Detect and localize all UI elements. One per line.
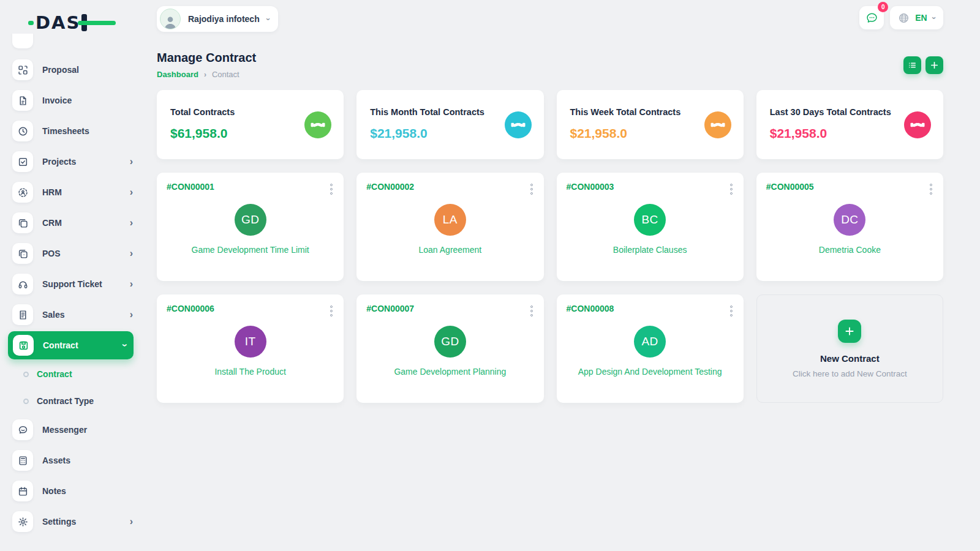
contract-id-link[interactable]: #CON00002 <box>366 182 414 192</box>
brand-logo[interactable]: DAS <box>0 0 144 34</box>
stat-card-month: This Month Total Contracts $21,958.0 <box>356 90 543 159</box>
contract-card: #CON00007 GD Game Development Planning <box>356 294 543 403</box>
messages-button[interactable]: 0 <box>859 6 884 29</box>
globe-icon <box>898 12 910 24</box>
new-contract-title: New Contract <box>820 353 880 364</box>
breadcrumb-dashboard[interactable]: Dashboard <box>157 70 198 79</box>
contract-id-link[interactable]: #CON00006 <box>167 304 214 313</box>
breadcrumb-current: Contact <box>212 70 239 79</box>
document-icon <box>12 304 33 325</box>
checkbox-icon <box>12 151 33 172</box>
handshake-icon <box>704 111 731 138</box>
user-focus-icon <box>12 182 33 203</box>
user-avatar <box>160 9 181 29</box>
sidebar-item-partial[interactable] <box>12 34 33 48</box>
sidebar-item-timesheets[interactable]: Timesheets <box>0 116 144 146</box>
contract-icon <box>13 335 34 356</box>
workspace-dropdown[interactable]: Rajodiya infotech › <box>157 6 278 32</box>
chevron-right-icon: › <box>204 70 206 79</box>
handshake-icon <box>904 111 931 138</box>
sidebar-subitem-contract[interactable]: Contract <box>0 361 144 388</box>
avatar: DC <box>834 204 865 236</box>
sidebar-item-crm[interactable]: CRM › <box>0 208 144 238</box>
avatar: BC <box>634 204 666 236</box>
chevron-right-icon: › <box>130 157 133 167</box>
sidebar-item-support-ticket[interactable]: Support Ticket › <box>0 269 144 299</box>
contract-name-link[interactable]: Demetria Cooke <box>766 245 933 255</box>
handshake-icon <box>505 111 532 138</box>
sidebar-item-messenger[interactable]: Messenger <box>0 414 144 445</box>
avatar: LA <box>434 204 466 236</box>
stats-row: Total Contracts $61,958.0 This Month Tot… <box>157 90 943 159</box>
contract-name-link[interactable]: Boilerplate Clauses <box>567 245 734 255</box>
sidebar-item-projects[interactable]: Projects › <box>0 146 144 177</box>
sidebar-item-notes[interactable]: Notes <box>0 476 144 506</box>
sidebar-item-sales[interactable]: Sales › <box>0 299 144 330</box>
contract-card: #CON00003 BC Boilerplate Clauses <box>557 173 744 281</box>
sidebar-item-invoice[interactable]: Invoice <box>0 85 144 116</box>
kebab-menu-icon[interactable] <box>929 182 933 197</box>
chat-icon <box>12 419 33 440</box>
contract-card: #CON00008 AD App Design And Development … <box>557 294 744 403</box>
sidebar-subitem-contract-type[interactable]: Contract Type <box>0 388 144 414</box>
chevron-right-icon: › <box>130 279 133 289</box>
sidebar-item-contract[interactable]: Contract › <box>8 331 134 359</box>
contract-name-link[interactable]: Install The Product <box>167 367 334 377</box>
circle-icon <box>23 399 29 404</box>
contract-name-link[interactable]: Loan Agreement <box>366 245 533 255</box>
new-contract-tile[interactable]: New Contract Click here to add New Contr… <box>756 294 943 403</box>
contract-id-link[interactable]: #CON00008 <box>567 304 614 313</box>
contract-card: #CON00006 IT Install The Product <box>157 294 344 403</box>
chevron-down-icon: › <box>929 17 938 19</box>
breadcrumb: Dashboard › Contact <box>157 70 256 79</box>
circle-icon <box>23 372 29 377</box>
logo-h-glyph <box>81 13 100 32</box>
contract-id-link[interactable]: #CON00007 <box>366 304 414 313</box>
kebab-menu-icon[interactable] <box>729 182 734 197</box>
contract-name-link[interactable]: Game Development Planning <box>366 367 533 377</box>
chevron-right-icon: › <box>130 249 133 258</box>
list-view-button[interactable] <box>903 56 921 74</box>
kebab-menu-icon[interactable] <box>729 304 734 318</box>
language-selector[interactable]: EN › <box>890 6 943 29</box>
stat-card-30days: Last 30 Days Total Contracts $21,958.0 <box>756 90 943 159</box>
plus-icon <box>930 61 939 70</box>
sidebar-menu: Proposal Invoice Timesheets Projects › <box>0 34 144 542</box>
avatar: AD <box>634 326 666 358</box>
kebab-menu-icon[interactable] <box>529 304 534 318</box>
sidebar-item-proposal[interactable]: Proposal <box>0 54 144 85</box>
avatar: IT <box>235 326 266 358</box>
sidebar-item-assets[interactable]: Assets <box>0 445 144 476</box>
new-contract-subtitle: Click here to add New Contract <box>793 369 907 378</box>
chevron-down-icon: › <box>119 343 129 347</box>
contract-name-link[interactable]: App Design And Development Testing <box>567 367 734 377</box>
contract-id-link[interactable]: #CON00005 <box>766 182 814 192</box>
chevron-right-icon: › <box>130 517 133 527</box>
sidebar-item-settings[interactable]: Settings › <box>0 506 144 537</box>
avatar: GD <box>235 204 266 236</box>
kebab-menu-icon[interactable] <box>329 182 334 197</box>
contract-id-link[interactable]: #CON00001 <box>167 182 214 192</box>
brand-name: DAS <box>36 14 80 32</box>
clock-icon <box>12 121 33 141</box>
kebab-menu-icon[interactable] <box>329 304 334 318</box>
calculator-icon <box>12 450 33 471</box>
contract-name-link[interactable]: Game Development Time Limit <box>167 245 334 255</box>
headphones-icon <box>12 274 33 294</box>
main-content: Rajodiya infotech › 0 EN › Manage Contr <box>144 0 980 551</box>
chevron-right-icon: › <box>130 187 133 197</box>
contract-card: #CON00001 GD Game Development Time Limit <box>157 173 344 281</box>
page-header: Manage Contract Dashboard › Contact <box>157 51 943 79</box>
add-contract-button[interactable] <box>925 56 943 74</box>
sidebar-item-pos[interactable]: POS › <box>0 238 144 269</box>
stat-card-week: This Week Total Contracts $21,958.0 <box>557 90 744 159</box>
sidebar-item-hrm[interactable]: HRM › <box>0 177 144 208</box>
kebab-menu-icon[interactable] <box>529 182 534 197</box>
contract-card: #CON00002 LA Loan Agreement <box>356 173 543 281</box>
swap-icon <box>12 59 33 80</box>
copy-icon <box>12 243 33 264</box>
messages-badge: 0 <box>878 2 888 12</box>
logo-dot-icon <box>28 21 34 25</box>
copy-icon <box>12 212 33 233</box>
contract-id-link[interactable]: #CON00003 <box>567 182 614 192</box>
